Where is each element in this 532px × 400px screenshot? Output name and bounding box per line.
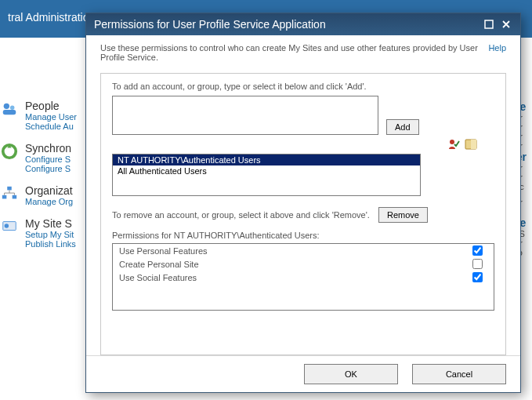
dialog-title: Permissions for User Profile Service App… <box>94 18 326 31</box>
permission-row[interactable]: Use Personal Features <box>113 244 494 257</box>
svg-point-10 <box>450 140 454 144</box>
people-icon <box>0 100 19 118</box>
nav-link[interactable]: Setup My Sit <box>25 230 76 239</box>
remove-row: To remove an account, or group, select i… <box>112 207 494 223</box>
cancel-button[interactable]: Cancel <box>412 364 506 384</box>
mysite-icon <box>0 217 19 236</box>
close-button[interactable] <box>500 19 512 30</box>
svg-rect-4 <box>7 187 12 191</box>
nav-title[interactable]: My Site S <box>25 217 76 230</box>
svg-point-0 <box>4 104 9 109</box>
list-item[interactable]: All Authenticated Users <box>113 165 420 176</box>
browse-icon[interactable] <box>465 138 477 151</box>
check-names-icon[interactable] <box>447 138 460 151</box>
sync-icon <box>0 142 19 161</box>
svg-point-1 <box>10 105 14 110</box>
svg-rect-5 <box>2 195 7 199</box>
nav-title[interactable]: People <box>25 100 77 112</box>
permissions-dialog: Permissions for User Profile Service App… <box>85 13 521 393</box>
permission-label: Use Social Features <box>119 273 197 282</box>
permission-row[interactable]: Use Social Features <box>113 271 494 284</box>
maximize-button[interactable] <box>483 19 495 30</box>
add-row: Add <box>112 96 494 135</box>
org-icon <box>0 184 19 203</box>
intro-row: Use these permissions to control who can… <box>100 43 506 62</box>
nav-title[interactable]: Synchron <box>25 142 71 155</box>
account-input[interactable] <box>112 96 378 135</box>
nav-title[interactable]: Organizat <box>25 184 73 197</box>
ok-button[interactable]: OK <box>304 364 398 384</box>
svg-rect-9 <box>485 20 493 28</box>
dialog-body: Use these permissions to control who can… <box>86 35 520 355</box>
main-panel: To add an account, or group, type or sel… <box>100 73 506 355</box>
svg-point-8 <box>5 224 9 228</box>
svg-rect-12 <box>471 140 476 149</box>
permissions-listbox[interactable]: Use Personal Features Create Personal Si… <box>112 243 494 311</box>
permission-checkbox[interactable] <box>472 272 483 282</box>
nav-link[interactable]: Configure S <box>25 155 71 164</box>
svg-rect-2 <box>3 110 16 115</box>
nav-link[interactable]: Manage User <box>25 112 77 122</box>
permission-label: Create Personal Site <box>119 260 199 269</box>
remove-hint: To remove an account, or group, select i… <box>112 210 371 220</box>
help-link[interactable]: Help <box>488 43 506 62</box>
permission-label: Use Personal Features <box>119 246 208 256</box>
dialog-footer: OK Cancel <box>86 355 520 392</box>
nav-link[interactable]: Configure S <box>25 164 71 173</box>
dialog-titlebar: Permissions for User Profile Service App… <box>86 13 520 35</box>
svg-rect-6 <box>13 195 16 199</box>
nav-link[interactable]: Schedule Au <box>25 122 77 131</box>
list-item[interactable]: NT AUTHORITY\Authenticated Users <box>113 155 420 165</box>
nav-link[interactable]: Manage Org <box>25 197 73 206</box>
add-button[interactable]: Add <box>386 119 419 135</box>
nav-link[interactable]: Publish Links <box>25 239 76 249</box>
permissions-for-label: Permissions for NT AUTHORITY\Authenticat… <box>112 231 494 240</box>
add-hint: To add an account, or group, type or sel… <box>112 82 494 91</box>
remove-button[interactable]: Remove <box>378 207 428 223</box>
permission-checkbox[interactable] <box>472 259 483 269</box>
permission-row[interactable]: Create Personal Site <box>113 257 494 271</box>
intro-text: Use these permissions to control who can… <box>100 43 479 62</box>
accounts-listbox[interactable]: NT AUTHORITY\Authenticated Users All Aut… <box>112 154 421 196</box>
permission-checkbox[interactable] <box>472 245 483 256</box>
picker-icon-row <box>112 138 477 151</box>
